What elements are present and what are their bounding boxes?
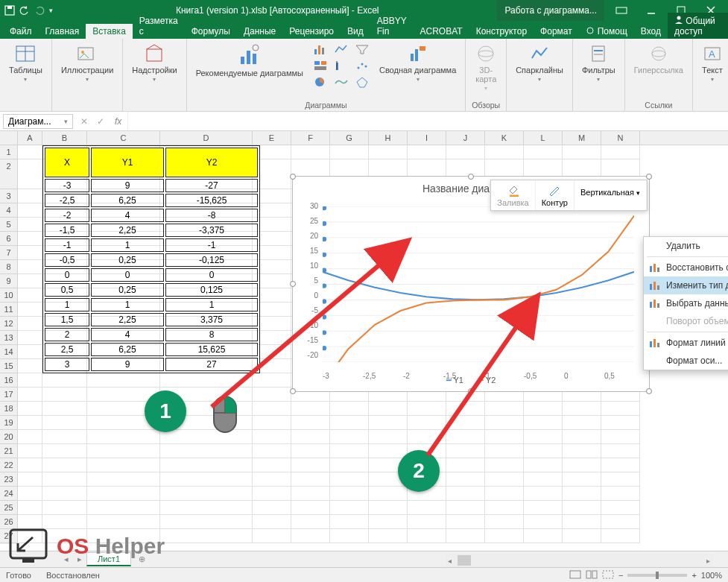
outline-button[interactable]: Контур bbox=[536, 180, 575, 210]
tab-layout[interactable]: Разметка с bbox=[133, 13, 185, 39]
table-cell[interactable]: -2,5 bbox=[45, 194, 89, 207]
table-cell[interactable]: -1,5 bbox=[45, 224, 89, 237]
context-menu-item[interactable]: Изменить тип диаграммы... bbox=[644, 276, 728, 294]
table-cell[interactable]: 6,25 bbox=[91, 194, 164, 207]
ribbon-display-icon[interactable] bbox=[607, 0, 636, 21]
funnel-icon[interactable] bbox=[355, 43, 370, 55]
view-pagebreak-icon[interactable] bbox=[602, 570, 614, 581]
hierarchy-icon[interactable] bbox=[313, 60, 328, 72]
table-cell[interactable]: -3 bbox=[45, 179, 89, 192]
svg-rect-23 bbox=[321, 61, 326, 65]
minimize-icon[interactable] bbox=[637, 0, 665, 21]
table-cell[interactable]: 4 bbox=[91, 328, 164, 341]
table-cell[interactable]: 2 bbox=[45, 328, 89, 341]
illustrations-button[interactable]: Иллюстрации▾ bbox=[58, 42, 116, 84]
table-cell[interactable]: 1,5 bbox=[45, 313, 89, 326]
table-cell[interactable]: -2 bbox=[45, 209, 89, 222]
table-cell[interactable]: 0 bbox=[91, 268, 164, 282]
table-cell[interactable]: 1 bbox=[45, 298, 89, 311]
name-box[interactable]: Диаграм...▾ bbox=[3, 114, 73, 129]
context-menu-item[interactable]: Выбрать данные... bbox=[644, 294, 728, 312]
signin[interactable]: Вход bbox=[634, 24, 668, 39]
cancel-icon[interactable]: ✕ bbox=[76, 116, 92, 127]
tab-home[interactable]: Главная bbox=[39, 24, 86, 39]
enter-icon[interactable]: ✓ bbox=[92, 116, 109, 127]
tab-acrobat[interactable]: ACROBAT bbox=[414, 24, 469, 39]
tab-review[interactable]: Рецензиро bbox=[282, 24, 341, 39]
table-cell[interactable]: 9 bbox=[91, 179, 164, 192]
table-cell[interactable]: -15,625 bbox=[165, 194, 258, 207]
save-icon[interactable] bbox=[4, 5, 15, 16]
fill-button[interactable]: Заливка bbox=[491, 180, 535, 210]
3dmap-button[interactable]: 3D-карта▾ bbox=[472, 42, 500, 93]
pie-chart-icon[interactable] bbox=[313, 76, 328, 88]
tab-abbyy[interactable]: ABBYY Fin bbox=[370, 13, 414, 39]
table-cell[interactable]: 0 bbox=[45, 268, 89, 282]
status-recovered: Восстановлен bbox=[46, 571, 100, 580]
tab-data[interactable]: Данные bbox=[237, 24, 282, 39]
recommended-charts-button[interactable]: Рекомендуемые диаграммы bbox=[193, 42, 306, 79]
table-cell[interactable]: -1 bbox=[45, 238, 89, 252]
zoom-in-icon[interactable]: + bbox=[691, 571, 696, 580]
surface-icon[interactable] bbox=[334, 76, 349, 88]
zoom-slider[interactable] bbox=[627, 574, 687, 577]
view-normal-icon[interactable] bbox=[569, 570, 581, 581]
table-cell[interactable]: 1 bbox=[91, 298, 164, 311]
svg-line-80 bbox=[428, 299, 536, 455]
bar-chart-icon[interactable] bbox=[313, 43, 328, 55]
fx-icon[interactable]: fx bbox=[109, 116, 127, 127]
context-menu-item[interactable]: Формат оси... bbox=[644, 352, 728, 370]
table-cell[interactable]: 0,25 bbox=[91, 253, 164, 267]
text-button[interactable]: AТекст▾ bbox=[699, 42, 726, 84]
table-cell[interactable]: 1 bbox=[91, 238, 164, 252]
line-chart-icon[interactable] bbox=[334, 43, 349, 55]
tab-view[interactable]: Вид bbox=[341, 24, 370, 39]
table-cell[interactable]: 0,5 bbox=[45, 283, 89, 297]
context-menu-item[interactable]: Восстановить стиль bbox=[644, 259, 728, 276]
column-headers[interactable]: ABCDEFGHIJKLMN bbox=[18, 131, 728, 145]
table-cell[interactable]: -0,5 bbox=[45, 253, 89, 267]
chart-gallery[interactable] bbox=[311, 42, 372, 89]
addins-button[interactable]: Надстройки▾ bbox=[129, 42, 180, 84]
view-layout-icon[interactable] bbox=[586, 570, 598, 581]
zoom-level[interactable]: 100% bbox=[701, 571, 722, 580]
table-cell[interactable]: 3 bbox=[45, 358, 89, 371]
svg-rect-72 bbox=[650, 302, 652, 308]
row-headers[interactable]: 1234567891011121314151617181920212223242… bbox=[0, 131, 18, 544]
scatter-icon[interactable] bbox=[355, 60, 370, 72]
tab-format[interactable]: Формат bbox=[534, 24, 579, 39]
redo-icon[interactable] bbox=[34, 5, 45, 16]
share-button[interactable]: Общий доступ bbox=[668, 13, 728, 39]
tab-formulas[interactable]: Формулы bbox=[185, 24, 237, 39]
tab-design[interactable]: Конструктор bbox=[469, 24, 534, 39]
vertical-dropdown[interactable]: Вертикальная ▾ bbox=[575, 180, 647, 210]
pivotchart-button[interactable]: Сводная диаграмма▾ bbox=[376, 42, 459, 84]
formula-input[interactable] bbox=[127, 112, 728, 130]
table-cell[interactable]: 0,25 bbox=[91, 283, 164, 297]
tables-button[interactable]: Таблицы▾ bbox=[6, 42, 45, 84]
table-cell[interactable]: 4 bbox=[91, 209, 164, 222]
horizontal-scrollbar[interactable]: ◂▸ bbox=[445, 554, 713, 567]
radar-icon[interactable] bbox=[355, 76, 370, 88]
table-cell[interactable]: -27 bbox=[165, 179, 258, 192]
tab-insert[interactable]: Вставка bbox=[86, 24, 133, 39]
svg-point-28 bbox=[361, 63, 363, 66]
select-all[interactable] bbox=[0, 131, 18, 145]
table-cell[interactable]: 2,25 bbox=[91, 313, 164, 326]
undo-icon[interactable] bbox=[19, 5, 30, 16]
tab-file[interactable]: Файл bbox=[3, 24, 39, 39]
qat-dropdown-icon[interactable]: ▾ bbox=[49, 7, 53, 14]
table-cell[interactable]: 9 bbox=[91, 358, 164, 371]
context-menu-item[interactable]: Удалить bbox=[644, 237, 728, 255]
table-cell[interactable]: 2,25 bbox=[91, 224, 164, 237]
table-cell[interactable]: -8 bbox=[165, 209, 258, 222]
hyperlink-button[interactable]: Гиперссылка bbox=[631, 42, 686, 76]
table-cell[interactable]: 2,5 bbox=[45, 343, 89, 356]
stats-chart-icon[interactable] bbox=[334, 60, 349, 72]
filters-button[interactable]: Фильтры▾ bbox=[579, 42, 618, 84]
table-cell[interactable]: 6,25 bbox=[91, 343, 164, 356]
zoom-out-icon[interactable]: − bbox=[618, 571, 623, 580]
context-menu-item[interactable]: Формат линий сетки... bbox=[644, 334, 728, 352]
tell-me[interactable]: Помощ bbox=[579, 24, 634, 39]
sparklines-button[interactable]: Спарклайны▾ bbox=[513, 42, 566, 84]
